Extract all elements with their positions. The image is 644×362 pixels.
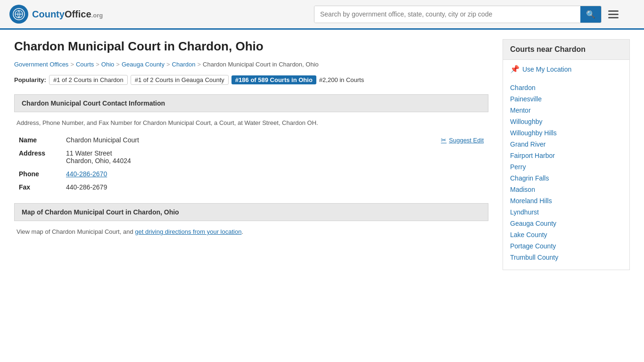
list-item: Willoughby [510, 118, 622, 125]
pop-all-courts: #2,200 in Courts [319, 76, 364, 83]
phone-link[interactable]: 440-286-2670 [66, 170, 107, 178]
map-section: Map of Chardon Municipal Court in Chardo… [14, 203, 488, 235]
contact-table: Name Chardon Municipal Court ✂ Suggest E… [14, 133, 488, 194]
page-title: Chardon Municipal Court in Chardon, Ohio [14, 39, 488, 54]
breadcrumb: Government Offices > Courts > Ohio > Gea… [14, 61, 488, 68]
breadcrumb-sep-3: > [116, 61, 120, 68]
breadcrumb-sep-5: > [197, 61, 201, 68]
driving-directions-link[interactable]: get driving directions from your locatio… [135, 228, 241, 235]
location-pin-icon: 📌 [510, 65, 520, 74]
address-line1: 11 Water Street [66, 149, 484, 157]
table-row-phone: Phone 440-286-2670 [14, 167, 488, 181]
logo-icon [9, 5, 28, 24]
menu-line-2 [608, 14, 619, 15]
sidebar-link-trumbull-county[interactable]: Trumbull County [510, 254, 558, 261]
pop-ohio: #186 of 589 Courts in Ohio [231, 75, 316, 84]
map-section-header: Map of Chardon Municipal Court in Chardo… [14, 203, 488, 221]
search-box: 🔍 [314, 6, 602, 23]
map-desc-before: View map of Chardon Municipal Court, and [17, 228, 135, 235]
menu-line-1 [608, 10, 619, 12]
map-desc-after: . [241, 228, 243, 235]
menu-line-3 [608, 17, 619, 18]
pop-chardon: #1 of 2 Courts in Chardon [49, 75, 128, 85]
search-input[interactable] [314, 6, 580, 23]
fax-value: 440-286-2679 [61, 181, 488, 194]
list-item: Grand River [510, 140, 622, 148]
content-area: Chardon Municipal Court in Chardon, Ohio… [14, 39, 488, 270]
sidebar-link-mentor[interactable]: Mentor [510, 107, 531, 114]
address-value-cell: 11 Water Street Chardon, Ohio, 44024 [61, 147, 488, 167]
phone-label: Phone [14, 167, 61, 181]
list-item: Trumbull County [510, 254, 622, 261]
list-item: Perry [510, 163, 622, 171]
sidebar-link-willoughby-hills[interactable]: Willoughby Hills [510, 129, 557, 137]
sidebar-link-chardon[interactable]: Chardon [510, 84, 536, 91]
breadcrumb-chardon[interactable]: Chardon [172, 61, 196, 68]
search-area: 🔍 [314, 6, 620, 23]
menu-button[interactable] [606, 8, 620, 20]
sidebar-link-grand-river[interactable]: Grand River [510, 140, 545, 148]
list-item: Willoughby Hills [510, 129, 622, 137]
header: CountyOffice.org 🔍 [0, 0, 644, 30]
pop-geauga: #1 of 2 Courts in Geauga County [131, 75, 229, 85]
address-line2: Chardon, Ohio, 44024 [66, 157, 484, 165]
list-item: Geauga County [510, 220, 622, 227]
sidebar-link-madison[interactable]: Madison [510, 186, 535, 193]
sidebar-content: 📌 Use My Location Chardon Painesville Me… [503, 60, 630, 270]
edit-icon: ✂ [441, 136, 446, 144]
sidebar-link-portage-county[interactable]: Portage County [510, 242, 556, 250]
breadcrumb-ohio[interactable]: Ohio [101, 61, 114, 68]
list-item: Lake County [510, 231, 622, 239]
breadcrumb-sep-4: > [166, 61, 170, 68]
contact-section-header: Chardon Municipal Court Contact Informat… [14, 94, 488, 112]
table-row-name: Name Chardon Municipal Court ✂ Suggest E… [14, 133, 488, 147]
list-item: Portage County [510, 242, 622, 250]
sidebar-link-fairport-harbor[interactable]: Fairport Harbor [510, 152, 555, 159]
list-item: Chardon [510, 84, 622, 91]
sidebar-title: Courts near Chardon [503, 39, 630, 60]
contact-desc: Address, Phone Number, and Fax Number fo… [14, 119, 488, 126]
popularity-bar: Popularity: #1 of 2 Courts in Chardon #1… [14, 75, 488, 85]
sidebar-link-willoughby[interactable]: Willoughby [510, 118, 542, 125]
phone-value-cell: 440-286-2670 [61, 167, 488, 181]
table-row-address: Address 11 Water Street Chardon, Ohio, 4… [14, 147, 488, 167]
name-value-cell: Chardon Municipal Court ✂ Suggest Edit [61, 133, 488, 147]
list-item: Lyndhurst [510, 208, 622, 216]
breadcrumb-geauga[interactable]: Geauga County [122, 61, 165, 68]
breadcrumb-sep-1: > [70, 61, 74, 68]
logo-text-area: CountyOffice.org [32, 9, 103, 20]
list-item: Chagrin Falls [510, 174, 622, 182]
use-my-location-link[interactable]: Use My Location [522, 66, 571, 73]
sidebar-link-lyndhurst[interactable]: Lyndhurst [510, 208, 539, 216]
address-label: Address [14, 147, 61, 167]
name-label: Name [14, 133, 61, 147]
sidebar-link-painesville[interactable]: Painesville [510, 95, 542, 103]
logo-county: CountyOffice.org [32, 9, 103, 19]
sidebar-link-lake-county[interactable]: Lake County [510, 231, 547, 239]
sidebar-link-chagrin-falls[interactable]: Chagrin Falls [510, 174, 549, 182]
sidebar: Courts near Chardon 📌 Use My Location Ch… [503, 39, 630, 270]
breadcrumb-gov-offices[interactable]: Government Offices [14, 61, 68, 68]
search-button[interactable]: 🔍 [580, 6, 601, 23]
main-content: Chardon Municipal Court in Chardon, Ohio… [0, 30, 644, 280]
popularity-label: Popularity: [14, 76, 46, 83]
sidebar-links-list: Chardon Painesville Mentor Willoughby Wi… [510, 84, 622, 261]
sidebar-link-perry[interactable]: Perry [510, 163, 526, 171]
list-item: Fairport Harbor [510, 152, 622, 159]
table-row-fax: Fax 440-286-2679 [14, 181, 488, 194]
breadcrumb-current: Chardon Municipal Court in Chardon, Ohio [203, 61, 319, 68]
name-row: Chardon Municipal Court ✂ Suggest Edit [66, 136, 484, 144]
suggest-edit-label: Suggest Edit [449, 137, 484, 144]
sidebar-link-geauga-county[interactable]: Geauga County [510, 220, 556, 227]
list-item: Moreland Hills [510, 197, 622, 205]
list-item: Madison [510, 186, 622, 193]
breadcrumb-courts[interactable]: Courts [76, 61, 94, 68]
fax-label: Fax [14, 181, 61, 194]
court-name-value: Chardon Municipal Court [66, 136, 139, 144]
sidebar-link-moreland-hills[interactable]: Moreland Hills [510, 197, 552, 205]
logo: CountyOffice.org [9, 5, 103, 24]
use-location-row: 📌 Use My Location [510, 65, 622, 78]
search-icon: 🔍 [586, 10, 595, 18]
list-item: Painesville [510, 95, 622, 103]
suggest-edit-link[interactable]: ✂ Suggest Edit [441, 136, 484, 144]
